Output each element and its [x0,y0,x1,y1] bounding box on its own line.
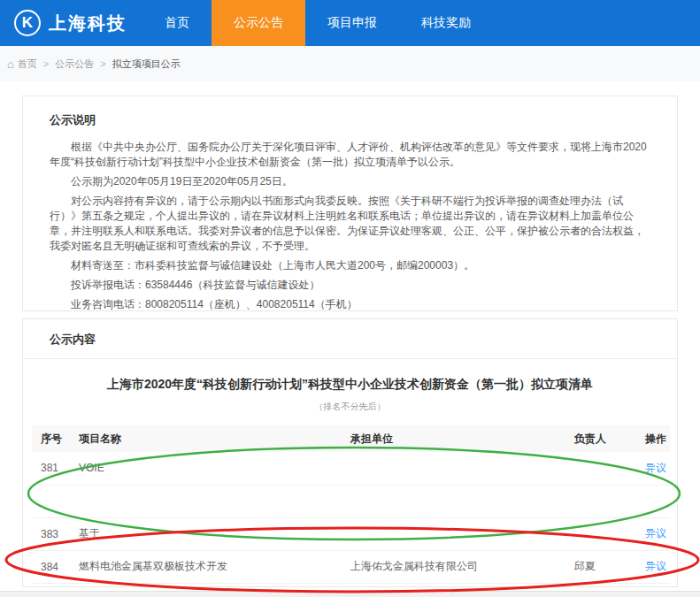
notice-paragraph: 材料寄送至：市科委科技监督与诚信建设处（上海市人民大道200号，邮编200003… [50,258,650,273]
breadcrumb: ⌂ 首页 > 公示公告 > 拟立项项目公示 [0,46,700,81]
site-logo[interactable]: K 上海科技 [0,0,142,46]
cell-index: 384 [32,550,79,583]
nav-item-project-application[interactable]: 项目申报 [305,0,399,46]
notice-paragraph: 投诉举报电话：63584446（科技监督与诚信建设处） [50,278,650,293]
objection-link[interactable]: 异议 [645,560,666,572]
notice-content-card: 公示内容 上海市2020年度“科技创新行动计划”科技型中小企业技术创新资金（第一… [22,318,678,587]
cell-index [32,485,79,517]
cell-unit: 上海佑戈金属科技有限公司 [350,550,574,583]
content-card-title: 公示内容 [50,332,650,348]
col-header-leader: 负责人 [574,425,645,452]
notice-card-title: 公示说明 [50,112,650,128]
col-header-index: 序号 [32,425,79,452]
table-row: 383 基于 异议 [32,517,670,550]
cell-index: 383 [32,517,79,550]
table-header-row: 序号 项目名称 承担单位 负责人 操作 [32,425,670,452]
cell-leader: 邱夏 [574,550,645,583]
objection-link[interactable]: 异议 [645,462,666,474]
nav-item-home[interactable]: 首页 [142,0,212,46]
home-icon: ⌂ [7,57,14,71]
notice-paragraph: 公示期为2020年05月19日至2020年05月25日。 [50,174,650,189]
cell-index: 381 [32,452,79,485]
cell-leader [574,485,645,517]
table-row: 384 燃料电池金属基双极板技术开发 上海佑戈金属科技有限公司 邱夏 异议 [32,550,670,583]
notice-paragraph: 对公示内容持有异议的，请于公示期内以书面形式向我委反映。按照《关于科研不端行为投… [50,194,650,254]
cell-unit [350,485,574,517]
notice-paragraph: 业务咨询电话：8008205114（座机）、4008205114（手机） [50,297,650,311]
main-nav: 首页 公示公告 项目申报 科技奖励 [142,0,493,46]
page: K 上海科技 首页 公示公告 项目申报 科技奖励 ⌂ 首页 > 公示公告 > 拟… [0,0,700,597]
cell-project-name: 燃料电池金属基双极板技术开发 [79,550,350,583]
cell-project-name: 基于 [79,517,350,550]
project-table: 序号 项目名称 承担单位 负责人 操作 381 VOIE 异议 [32,425,670,584]
footer-strip [0,591,700,597]
cell-unit [350,517,574,550]
notice-paragraph: 根据《中共中央办公厅、国务院办公厅关于深化项目评审、人才评价、机构评估改革的意见… [50,140,650,170]
breadcrumb-announcements[interactable]: 公示公告 [55,57,94,71]
objection-link[interactable]: 异议 [645,527,666,540]
project-list-title: 上海市2020年度“科技创新行动计划”科技型中小企业技术创新资金（第一批）拟立项… [23,377,677,393]
cell-unit [350,452,574,485]
breadcrumb-separator: > [43,58,49,69]
breadcrumb-home[interactable]: 首页 [18,57,37,71]
cell-project-name [79,485,350,517]
breadcrumb-current-page: 拟立项项目公示 [112,57,181,71]
nav-item-announcements[interactable]: 公示公告 [212,0,305,46]
table-row [32,485,670,517]
cell-leader [574,517,645,550]
breadcrumb-separator: > [100,58,105,69]
col-header-unit: 承担单位 [350,425,574,452]
site-title: 上海科技 [49,11,127,35]
cell-project-name: VOIE [79,452,350,485]
nav-item-tech-awards[interactable]: 科技奖励 [399,0,493,46]
col-header-project-name: 项目名称 [79,425,350,452]
top-navigation-bar: K 上海科技 首页 公示公告 项目申报 科技奖励 [0,0,700,46]
cell-leader [574,452,645,485]
logo-k-icon: K [14,10,41,36]
project-list-subtitle: （排名不分先后） [23,401,677,413]
notice-description-card: 公示说明 根据《中共中央办公厅、国务院办公厅关于深化项目评审、人才评价、机构评估… [22,96,678,311]
table-row: 381 VOIE 异议 [32,452,670,485]
col-header-operation: 操作 [645,425,670,452]
